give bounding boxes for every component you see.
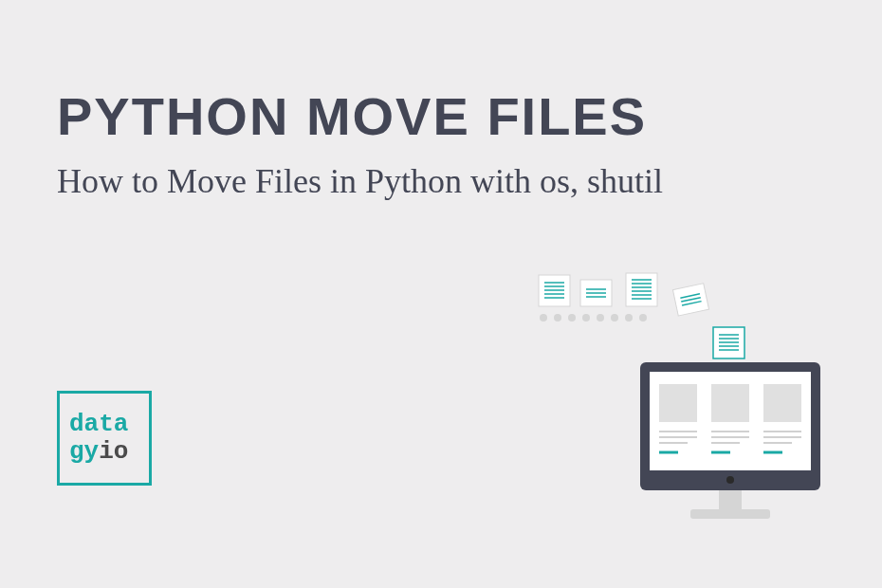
- svg-rect-10: [626, 273, 657, 306]
- page-title: PYTHON MOVE FILES: [57, 90, 825, 143]
- svg-point-28: [639, 314, 647, 322]
- logo-text-line1: data: [69, 411, 149, 438]
- svg-rect-37: [659, 384, 697, 422]
- page-subtitle: How to Move Files in Python with os, shu…: [57, 157, 797, 205]
- svg-point-52: [726, 476, 734, 484]
- logo-text-line2: gyio: [69, 438, 149, 466]
- svg-point-24: [582, 314, 590, 322]
- svg-point-27: [625, 314, 633, 322]
- svg-rect-53: [719, 490, 742, 509]
- svg-point-25: [597, 314, 604, 322]
- svg-point-22: [554, 314, 561, 322]
- svg-rect-54: [690, 509, 770, 519]
- logo: data gyio: [57, 391, 152, 486]
- svg-point-26: [611, 314, 618, 322]
- svg-rect-47: [763, 384, 801, 422]
- svg-point-21: [540, 314, 547, 322]
- computer-files-illustration: [484, 270, 825, 536]
- svg-point-23: [568, 314, 576, 322]
- svg-rect-42: [711, 384, 749, 422]
